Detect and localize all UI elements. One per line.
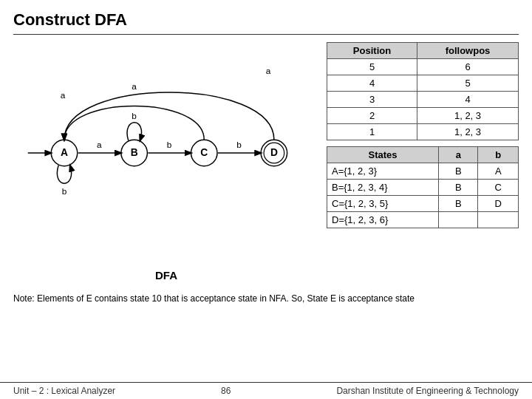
footer-institute: Darshan Institute of Engineering & Techn…: [336, 386, 519, 396]
svg-text:D: D: [270, 147, 278, 158]
table-row: C={1, 2, 3, 5}BD: [327, 196, 519, 212]
states-col-header: States: [327, 147, 439, 163]
svg-text:b: b: [167, 140, 172, 150]
svg-text:b: b: [132, 111, 137, 121]
table-row: 45: [327, 75, 519, 92]
table-row: B={1, 2, 3, 4}BC: [327, 180, 519, 196]
dfa-label: DFA: [13, 269, 319, 282]
svg-text:a: a: [61, 90, 66, 100]
footer-unit: Unit – 2 : Lexical Analyzer: [13, 386, 115, 396]
footer-page: 86: [221, 386, 231, 396]
page-title: Construct DFA: [0, 0, 532, 34]
table-row: 34: [327, 92, 519, 108]
states-a-header: a: [439, 147, 478, 163]
footer: Unit – 2 : Lexical Analyzer 86 Darshan I…: [0, 382, 532, 399]
svg-text:a: a: [266, 66, 271, 76]
position-table: Position followpos 56453421, 2, 311, 2, …: [327, 42, 519, 140]
states-table: States a b A={1, 2, 3}BAB={1, 2, 3, 4}BC…: [327, 146, 519, 228]
table-row: D={1, 2, 3, 6}: [327, 212, 519, 228]
pos-col-header: Position: [327, 43, 417, 59]
svg-text:A: A: [61, 147, 68, 158]
dfa-svg: A a B b C b D b: [13, 42, 319, 264]
table-row: 56: [327, 59, 519, 75]
svg-text:b: b: [236, 140, 242, 150]
svg-text:B: B: [131, 147, 138, 158]
dfa-diagram-area: A a B b C b D b: [13, 42, 319, 282]
svg-text:a: a: [132, 81, 137, 92]
svg-text:C: C: [200, 147, 208, 158]
table-row: 11, 2, 3: [327, 124, 519, 140]
followpos-col-header: followpos: [417, 43, 518, 59]
tables-area: Position followpos 56453421, 2, 311, 2, …: [327, 42, 519, 282]
note-text: Note: Elements of E contains state 10 th…: [13, 293, 415, 304]
svg-text:a: a: [97, 140, 102, 150]
table-row: A={1, 2, 3}BA: [327, 163, 519, 180]
table-row: 21, 2, 3: [327, 108, 519, 124]
states-b-header: b: [478, 147, 519, 163]
svg-text:b: b: [62, 186, 67, 197]
note-area: Note: Elements of E contains state 10 th…: [0, 289, 532, 304]
